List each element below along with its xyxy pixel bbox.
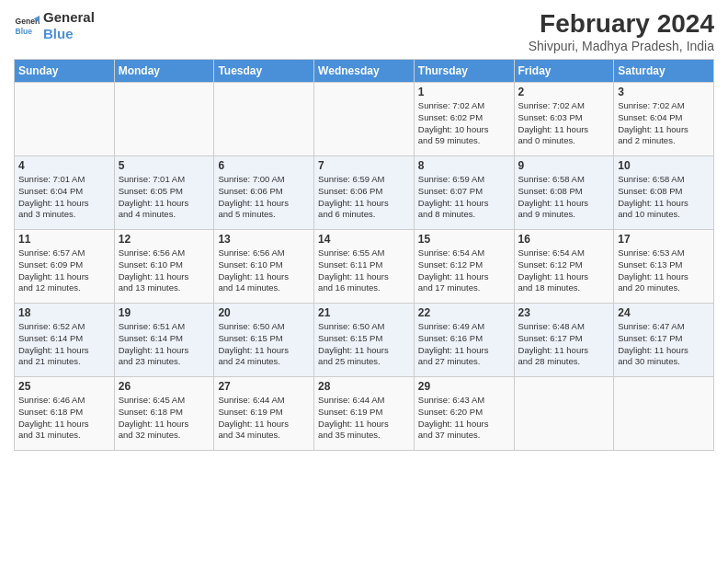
- day-info: Sunrise: 6:55 AM Sunset: 6:11 PM Dayligh…: [318, 247, 410, 294]
- day-number: 9: [518, 159, 610, 172]
- calendar-cell: 25Sunrise: 6:46 AM Sunset: 6:18 PM Dayli…: [15, 377, 115, 451]
- calendar-cell: 8Sunrise: 6:59 AM Sunset: 6:07 PM Daylig…: [414, 156, 514, 230]
- day-number: 16: [518, 233, 610, 246]
- day-info: Sunrise: 6:57 AM Sunset: 6:09 PM Dayligh…: [18, 247, 110, 294]
- day-number: 12: [119, 233, 210, 246]
- day-info: Sunrise: 6:58 AM Sunset: 6:08 PM Dayligh…: [618, 174, 710, 221]
- calendar-cell: 26Sunrise: 6:45 AM Sunset: 6:18 PM Dayli…: [114, 377, 214, 451]
- day-info: Sunrise: 7:02 AM Sunset: 6:03 PM Dayligh…: [518, 100, 610, 147]
- day-info: Sunrise: 6:51 AM Sunset: 6:14 PM Dayligh…: [119, 321, 210, 368]
- logo-general: General: [43, 9, 95, 26]
- day-info: Sunrise: 6:44 AM Sunset: 6:19 PM Dayligh…: [218, 395, 310, 442]
- logo-icon: General Blue: [14, 13, 40, 39]
- day-number: 23: [518, 306, 610, 319]
- day-number: 13: [218, 233, 310, 246]
- day-info: Sunrise: 7:00 AM Sunset: 6:06 PM Dayligh…: [218, 174, 310, 221]
- calendar-cell: 13Sunrise: 6:56 AM Sunset: 6:10 PM Dayli…: [214, 230, 314, 304]
- day-number: 2: [518, 86, 610, 98]
- day-number: 22: [418, 306, 510, 319]
- day-info: Sunrise: 6:53 AM Sunset: 6:13 PM Dayligh…: [618, 247, 710, 294]
- day-number: 15: [418, 233, 510, 246]
- calendar-cell: 9Sunrise: 6:58 AM Sunset: 6:08 PM Daylig…: [514, 156, 614, 230]
- day-number: 21: [318, 306, 410, 319]
- day-info: Sunrise: 7:02 AM Sunset: 6:02 PM Dayligh…: [418, 100, 510, 147]
- calendar-cell: 21Sunrise: 6:50 AM Sunset: 6:15 PM Dayli…: [314, 304, 415, 377]
- calendar-cell: [15, 83, 115, 156]
- calendar-cell: 20Sunrise: 6:50 AM Sunset: 6:15 PM Dayli…: [214, 304, 314, 377]
- calendar-cell: 12Sunrise: 6:56 AM Sunset: 6:10 PM Dayli…: [114, 230, 214, 304]
- column-header-wednesday: Wednesday: [314, 60, 415, 83]
- calendar-cell: [214, 83, 314, 156]
- day-number: 28: [318, 380, 410, 393]
- calendar-cell: 28Sunrise: 6:44 AM Sunset: 6:19 PM Dayli…: [314, 377, 415, 451]
- column-header-friday: Friday: [514, 60, 614, 83]
- calendar-cell: 3Sunrise: 7:02 AM Sunset: 6:04 PM Daylig…: [614, 83, 714, 156]
- day-number: 1: [418, 86, 510, 98]
- calendar-week-row: 25Sunrise: 6:46 AM Sunset: 6:18 PM Dayli…: [15, 377, 714, 451]
- calendar-table: SundayMondayTuesdayWednesdayThursdayFrid…: [14, 59, 714, 451]
- calendar-cell: 24Sunrise: 6:47 AM Sunset: 6:17 PM Dayli…: [614, 304, 714, 377]
- logo-blue: Blue: [43, 26, 95, 42]
- column-header-sunday: Sunday: [15, 60, 115, 83]
- location-subtitle: Shivpuri, Madhya Pradesh, India: [529, 39, 714, 53]
- calendar-week-row: 18Sunrise: 6:52 AM Sunset: 6:14 PM Dayli…: [15, 304, 714, 377]
- calendar-cell: 5Sunrise: 7:01 AM Sunset: 6:05 PM Daylig…: [114, 156, 214, 230]
- calendar-cell: 14Sunrise: 6:55 AM Sunset: 6:11 PM Dayli…: [314, 230, 415, 304]
- calendar-cell: 4Sunrise: 7:01 AM Sunset: 6:04 PM Daylig…: [15, 156, 115, 230]
- calendar-cell: 18Sunrise: 6:52 AM Sunset: 6:14 PM Dayli…: [15, 304, 115, 377]
- title-block: February 2024 Shivpuri, Madhya Pradesh, …: [529, 9, 714, 53]
- calendar-cell: 29Sunrise: 6:43 AM Sunset: 6:20 PM Dayli…: [414, 377, 514, 451]
- day-number: 27: [218, 380, 310, 393]
- page: General Blue General Blue February 2024 …: [0, 0, 728, 563]
- day-number: 14: [318, 233, 410, 246]
- day-number: 8: [418, 159, 510, 172]
- calendar-cell: 15Sunrise: 6:54 AM Sunset: 6:12 PM Dayli…: [414, 230, 514, 304]
- day-info: Sunrise: 6:59 AM Sunset: 6:06 PM Dayligh…: [318, 174, 410, 221]
- calendar-week-row: 11Sunrise: 6:57 AM Sunset: 6:09 PM Dayli…: [15, 230, 714, 304]
- day-number: 7: [318, 159, 410, 172]
- day-number: 29: [418, 380, 510, 393]
- column-header-saturday: Saturday: [614, 60, 714, 83]
- day-number: 17: [618, 233, 710, 246]
- day-info: Sunrise: 6:58 AM Sunset: 6:08 PM Dayligh…: [518, 174, 610, 221]
- day-info: Sunrise: 7:01 AM Sunset: 6:05 PM Dayligh…: [119, 174, 210, 221]
- day-number: 24: [618, 306, 710, 319]
- calendar-cell: 27Sunrise: 6:44 AM Sunset: 6:19 PM Dayli…: [214, 377, 314, 451]
- calendar-cell: 6Sunrise: 7:00 AM Sunset: 6:06 PM Daylig…: [214, 156, 314, 230]
- month-year-title: February 2024: [529, 9, 714, 39]
- calendar-cell: [614, 377, 714, 451]
- calendar-cell: [514, 377, 614, 451]
- calendar-cell: 11Sunrise: 6:57 AM Sunset: 6:09 PM Dayli…: [15, 230, 115, 304]
- column-header-monday: Monday: [114, 60, 214, 83]
- day-info: Sunrise: 6:54 AM Sunset: 6:12 PM Dayligh…: [518, 247, 610, 294]
- header: General Blue General Blue February 2024 …: [14, 9, 714, 53]
- calendar-cell: 23Sunrise: 6:48 AM Sunset: 6:17 PM Dayli…: [514, 304, 614, 377]
- day-info: Sunrise: 6:50 AM Sunset: 6:15 PM Dayligh…: [318, 321, 410, 368]
- calendar-cell: [114, 83, 214, 156]
- calendar-cell: 16Sunrise: 6:54 AM Sunset: 6:12 PM Dayli…: [514, 230, 614, 304]
- day-number: 19: [119, 306, 210, 319]
- day-info: Sunrise: 6:49 AM Sunset: 6:16 PM Dayligh…: [418, 321, 510, 368]
- day-info: Sunrise: 6:45 AM Sunset: 6:18 PM Dayligh…: [119, 395, 210, 442]
- day-info: Sunrise: 6:59 AM Sunset: 6:07 PM Dayligh…: [418, 174, 510, 221]
- day-info: Sunrise: 6:43 AM Sunset: 6:20 PM Dayligh…: [418, 395, 510, 442]
- day-info: Sunrise: 6:50 AM Sunset: 6:15 PM Dayligh…: [218, 321, 310, 368]
- day-info: Sunrise: 6:52 AM Sunset: 6:14 PM Dayligh…: [18, 321, 110, 368]
- column-header-thursday: Thursday: [414, 60, 514, 83]
- day-info: Sunrise: 6:54 AM Sunset: 6:12 PM Dayligh…: [418, 247, 510, 294]
- day-number: 10: [618, 159, 710, 172]
- column-header-tuesday: Tuesday: [214, 60, 314, 83]
- day-number: 6: [218, 159, 310, 172]
- day-number: 3: [618, 86, 710, 98]
- day-number: 25: [18, 380, 110, 393]
- day-number: 18: [18, 306, 110, 319]
- calendar-cell: 19Sunrise: 6:51 AM Sunset: 6:14 PM Dayli…: [114, 304, 214, 377]
- day-info: Sunrise: 6:44 AM Sunset: 6:19 PM Dayligh…: [318, 395, 410, 442]
- calendar-cell: 2Sunrise: 7:02 AM Sunset: 6:03 PM Daylig…: [514, 83, 614, 156]
- day-number: 26: [119, 380, 210, 393]
- calendar-week-row: 1Sunrise: 7:02 AM Sunset: 6:02 PM Daylig…: [15, 83, 714, 156]
- day-info: Sunrise: 6:56 AM Sunset: 6:10 PM Dayligh…: [119, 247, 210, 294]
- day-info: Sunrise: 6:56 AM Sunset: 6:10 PM Dayligh…: [218, 247, 310, 294]
- svg-text:Blue: Blue: [16, 27, 33, 36]
- calendar-cell: 17Sunrise: 6:53 AM Sunset: 6:13 PM Dayli…: [614, 230, 714, 304]
